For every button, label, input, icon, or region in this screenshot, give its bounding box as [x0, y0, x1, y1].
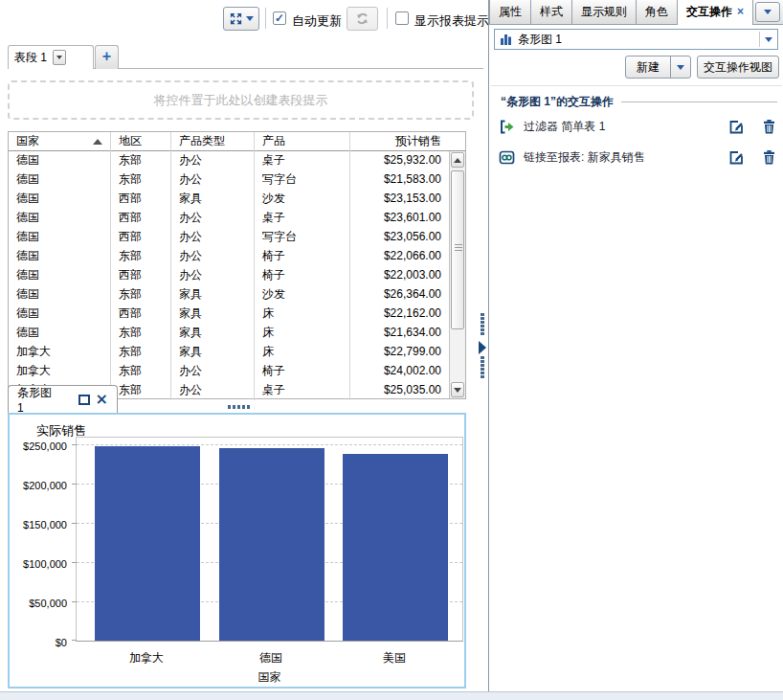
close-icon[interactable]: × [96, 392, 108, 407]
tab-interactions[interactable]: 交互操作× [678, 0, 753, 25]
add-section-button[interactable]: + [95, 45, 119, 69]
table-cell: 沙发 [255, 285, 350, 305]
table-row[interactable]: 德国东部办公桌子$25,932.00 [9, 151, 465, 170]
y-tick-label: $200,000 [23, 480, 67, 491]
tab-display-rules[interactable]: 显示规则 [572, 0, 637, 24]
tab-properties[interactable]: 属性 [489, 0, 531, 24]
y-tick-label: $50,000 [29, 598, 67, 609]
close-tab-icon[interactable]: × [737, 5, 744, 18]
bar-chart-panel[interactable]: 实际销售 $0$50,000$100,000$150,000$200,000$2… [8, 413, 466, 689]
table-cell: 椅子 [255, 247, 350, 266]
table-scrollbar[interactable] [449, 151, 465, 398]
interaction-label: 过滤器 简单表 1 [524, 119, 605, 135]
y-tick-label: $100,000 [23, 558, 67, 570]
tab-styles[interactable]: 样式 [531, 0, 572, 24]
bar[interactable] [219, 448, 324, 641]
table-row[interactable]: 德国东部办公写字台$21,583.00 [9, 170, 465, 190]
table-cell: 德国 [9, 190, 111, 209]
new-interaction-button[interactable]: 新建 [625, 56, 671, 79]
table-cell: 东部 [111, 285, 171, 305]
table-cell: $25,035.00 [350, 381, 449, 400]
scroll-up-button[interactable] [451, 152, 464, 168]
section-tab-menu-button[interactable] [53, 50, 66, 65]
section-tab-label: 表段 1 [14, 50, 47, 66]
plot-area [76, 437, 463, 642]
table-row[interactable]: 加拿大东部家具床$22,799.00 [9, 343, 465, 362]
scrollbar-thumb[interactable] [451, 170, 464, 329]
maximize-view-button[interactable] [223, 7, 259, 31]
table-row[interactable]: 德国东部家具床$21,634.00 [9, 324, 465, 343]
table-cell: $23,601.00 [350, 209, 449, 228]
table-row[interactable]: 德国西部办公桌子$23,601.00 [9, 209, 465, 228]
tab-roles[interactable]: 角色 [637, 0, 678, 24]
table-row[interactable]: 德国东部办公椅子$22,066.00 [9, 247, 465, 266]
drop-zone-text: 将控件置于此处以创建表段提示 [154, 92, 328, 109]
toolbar-separator [387, 8, 388, 29]
maximize-icon[interactable] [78, 395, 90, 405]
table-cell: 床 [255, 343, 350, 362]
bar-chart-icon [500, 33, 513, 46]
edit-interaction-icon[interactable] [728, 119, 745, 135]
y-axis-tick [72, 601, 77, 602]
table-row[interactable]: 德国东部家具沙发$26,364.00 [9, 285, 465, 305]
table-cell: 西部 [111, 190, 171, 209]
column-header-product-type[interactable]: 产品类型 [171, 132, 255, 151]
object-selector-dropdown[interactable]: 条形图 1 [494, 29, 778, 50]
column-header-country[interactable]: 国家 [9, 132, 111, 151]
table-row[interactable]: 德国西部家具沙发$23,153.00 [9, 190, 465, 209]
table-row[interactable]: 德国西部办公写字台$23,056.00 [9, 228, 465, 247]
tab-overflow-button[interactable] [755, 2, 780, 22]
filter-icon [499, 119, 515, 135]
column-header-expected-sales[interactable]: 预计销售 [350, 132, 449, 151]
y-axis-tick [72, 523, 77, 524]
table-row[interactable]: 德国西部办公椅子$22,003.00 [9, 266, 465, 285]
table-cell: 桌子 [255, 381, 350, 400]
table-cell: 东部 [111, 247, 171, 266]
bar-chart-tab[interactable]: 条形图 1 × [8, 385, 118, 413]
table-cell: $22,003.00 [350, 266, 449, 285]
new-interaction-menu-button[interactable] [670, 56, 691, 79]
horizontal-splitter-handle[interactable] [228, 405, 250, 409]
refresh-button[interactable] [347, 7, 378, 31]
table-cell: 办公 [171, 228, 255, 247]
interaction-view-button[interactable]: 交互操作视图 [697, 56, 779, 79]
table-cell: 家具 [171, 305, 255, 324]
table-cell: 西部 [111, 209, 171, 228]
refresh-icon [355, 11, 369, 26]
table-cell: $26,364.00 [350, 285, 449, 305]
auto-update-checkbox[interactable]: ✓ [273, 11, 286, 25]
x-category-label: 美国 [356, 650, 433, 666]
column-header-product[interactable]: 产品 [255, 132, 350, 151]
table-cell: 家具 [171, 343, 255, 362]
show-report-prompt-checkbox[interactable] [395, 11, 409, 25]
collapse-panel-arrow[interactable] [479, 341, 486, 354]
vertical-splitter-handle[interactable] [481, 356, 484, 378]
table-cell: $22,799.00 [350, 343, 449, 362]
x-axis-labels: 加拿大德国美国 [76, 650, 463, 666]
table-cell: 德国 [9, 247, 111, 266]
column-header-region[interactable]: 地区 [111, 132, 171, 151]
table-row[interactable]: 加拿大东部办公椅子$24,002.00 [9, 362, 465, 381]
table-cell: 椅子 [255, 266, 350, 285]
delete-interaction-icon[interactable] [761, 149, 777, 166]
section-prompt-drop-zone[interactable]: 将控件置于此处以创建表段提示 [8, 80, 474, 120]
sort-ascending-icon [93, 139, 102, 145]
bar[interactable] [95, 446, 200, 641]
y-tick-label: $150,000 [23, 519, 67, 531]
y-axis-labels: $0$50,000$100,000$150,000$200,000$250,00… [10, 437, 69, 642]
table-cell: $22,162.00 [350, 305, 449, 324]
bar[interactable] [343, 454, 448, 641]
edit-interaction-icon[interactable] [728, 149, 745, 166]
table-cell: 办公 [171, 362, 255, 381]
chevron-down-icon [246, 16, 254, 21]
delete-interaction-icon[interactable] [761, 119, 777, 135]
y-axis-tick [72, 562, 77, 563]
interaction-label: 链接至报表: 新家具销售 [524, 149, 645, 166]
table-cell: 办公 [171, 247, 255, 266]
gridline [77, 444, 462, 445]
tab-section-1[interactable]: 表段 1 [8, 45, 94, 69]
scroll-down-button[interactable] [451, 382, 464, 397]
expand-arrows-icon [229, 11, 243, 26]
table-row[interactable]: 德国西部家具床$22,162.00 [9, 305, 465, 324]
vertical-splitter-handle[interactable] [481, 313, 484, 335]
